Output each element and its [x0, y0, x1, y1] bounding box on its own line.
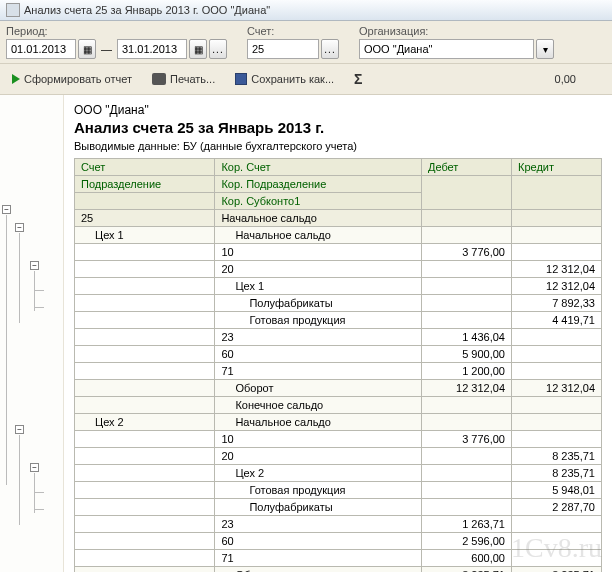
- table-cell: 4 419,71: [512, 312, 602, 329]
- org-label: Организация:: [359, 25, 554, 37]
- save-icon: [235, 73, 247, 85]
- table-cell: Полуфабрикаты: [215, 295, 422, 312]
- period-label: Период:: [6, 25, 227, 37]
- window-title-text: Анализ счета 25 за Январь 2013 г. ООО "Д…: [24, 4, 270, 16]
- table-cell: Цех 2: [215, 465, 422, 482]
- org-input[interactable]: [359, 39, 534, 59]
- table-cell: [75, 312, 215, 329]
- table-cell: 7 892,33: [512, 295, 602, 312]
- date-to-input[interactable]: [117, 39, 187, 59]
- main-area: − − − − − ООО "Диана" Анализ счета 25 за…: [0, 95, 612, 572]
- table-cell: [422, 465, 512, 482]
- table-cell: 12 312,04: [512, 278, 602, 295]
- table-cell: [422, 261, 512, 278]
- table-cell: [75, 295, 215, 312]
- table-row[interactable]: 103 776,00: [75, 244, 602, 261]
- table-cell: Готовая продукция: [215, 312, 422, 329]
- table-cell: [75, 278, 215, 295]
- subtitle-label: Выводимые данные:: [74, 140, 180, 152]
- col-credit: Кредит: [512, 159, 602, 176]
- sigma-button[interactable]: Σ: [348, 68, 368, 90]
- table-cell: 5 900,00: [422, 346, 512, 363]
- period-ellipsis[interactable]: ...: [209, 39, 227, 59]
- report-subtitle: Выводимые данные: БУ (данные бухгалтерск…: [74, 140, 602, 152]
- tree-toggle[interactable]: −: [15, 223, 24, 232]
- table-row[interactable]: Цех 1Начальное сальдо: [75, 227, 602, 244]
- tree-toggle[interactable]: −: [30, 463, 39, 472]
- table-row[interactable]: Цех 28 235,71: [75, 465, 602, 482]
- table-row[interactable]: 2012 312,04: [75, 261, 602, 278]
- print-button[interactable]: Печать...: [146, 70, 221, 88]
- generate-report-button[interactable]: Сформировать отчет: [6, 70, 138, 88]
- print-icon: [152, 73, 166, 85]
- table-cell: [422, 210, 512, 227]
- table-row[interactable]: Полуфабрикаты2 287,70: [75, 499, 602, 516]
- table-cell: [75, 363, 215, 380]
- table-cell: 5 948,01: [512, 482, 602, 499]
- table-cell: Оборот: [215, 380, 422, 397]
- table-cell: Цех 2: [75, 414, 215, 431]
- table-row[interactable]: Полуфабрикаты7 892,33: [75, 295, 602, 312]
- table-cell: 23: [215, 329, 422, 346]
- table-cell: 60: [215, 346, 422, 363]
- table-cell: 20: [215, 261, 422, 278]
- table-cell: [512, 516, 602, 533]
- table-row[interactable]: 231 436,04: [75, 329, 602, 346]
- table-row[interactable]: Цех 2Начальное сальдо: [75, 414, 602, 431]
- table-row[interactable]: Оборот12 312,0412 312,04: [75, 380, 602, 397]
- table-cell: 8 235,71: [512, 465, 602, 482]
- col-division: Подразделение: [75, 176, 215, 193]
- tree-toggle[interactable]: −: [2, 205, 11, 214]
- sigma-icon: Σ: [354, 71, 362, 87]
- account-input[interactable]: [247, 39, 319, 59]
- table-cell: 8 235,71: [512, 448, 602, 465]
- table-cell: [75, 244, 215, 261]
- table-row[interactable]: 231 263,71: [75, 516, 602, 533]
- table-row[interactable]: 25Начальное сальдо: [75, 210, 602, 227]
- table-cell: 1 200,00: [422, 363, 512, 380]
- subtitle-value: БУ (данные бухгалтерского учета): [183, 140, 357, 152]
- date-to-calendar[interactable]: ▦: [189, 39, 207, 59]
- table-cell: Начальное сальдо: [215, 227, 422, 244]
- table-cell: 60: [215, 533, 422, 550]
- table-row[interactable]: Готовая продукция5 948,01: [75, 482, 602, 499]
- account-ellipsis[interactable]: ...: [321, 39, 339, 59]
- table-row[interactable]: Цех 112 312,04: [75, 278, 602, 295]
- table-row[interactable]: 602 596,00: [75, 533, 602, 550]
- table-cell: 10: [215, 244, 422, 261]
- account-filter: Счет: ...: [247, 25, 339, 59]
- report-title: Анализ счета 25 за Январь 2013 г.: [74, 119, 602, 136]
- table-row[interactable]: 103 776,00: [75, 431, 602, 448]
- table-cell: 12 312,04: [512, 261, 602, 278]
- save-as-button[interactable]: Сохранить как...: [229, 70, 340, 88]
- table-cell: [422, 278, 512, 295]
- table-row[interactable]: 605 900,00: [75, 346, 602, 363]
- table-cell: Цех 1: [75, 227, 215, 244]
- date-from-calendar[interactable]: ▦: [78, 39, 96, 59]
- date-from-input[interactable]: [6, 39, 76, 59]
- table-cell: [512, 533, 602, 550]
- table-row[interactable]: Оборот8 235,718 235,71: [75, 567, 602, 573]
- org-dropdown[interactable]: ▾: [536, 39, 554, 59]
- table-cell: 71: [215, 363, 422, 380]
- table-cell: Начальное сальдо: [215, 210, 422, 227]
- generate-label: Сформировать отчет: [24, 73, 132, 85]
- save-label: Сохранить как...: [251, 73, 334, 85]
- filter-bar: Период: ▦ — ▦ ... Счет: ... Организация:…: [0, 21, 612, 64]
- table-cell: 71: [215, 550, 422, 567]
- table-cell: [75, 533, 215, 550]
- table-cell: [512, 550, 602, 567]
- table-row[interactable]: 71600,00: [75, 550, 602, 567]
- tree-toggle[interactable]: −: [30, 261, 39, 270]
- table-cell: [75, 346, 215, 363]
- org-filter: Организация: ▾: [359, 25, 554, 59]
- account-label: Счет:: [247, 25, 339, 37]
- window-title-bar: Анализ счета 25 за Январь 2013 г. ООО "Д…: [0, 0, 612, 21]
- table-row[interactable]: Готовая продукция4 419,71: [75, 312, 602, 329]
- table-row[interactable]: 208 235,71: [75, 448, 602, 465]
- table-cell: [75, 499, 215, 516]
- table-row[interactable]: Конечное сальдо: [75, 397, 602, 414]
- tree-toggle[interactable]: −: [15, 425, 24, 434]
- table-row[interactable]: 711 200,00: [75, 363, 602, 380]
- table-cell: [75, 516, 215, 533]
